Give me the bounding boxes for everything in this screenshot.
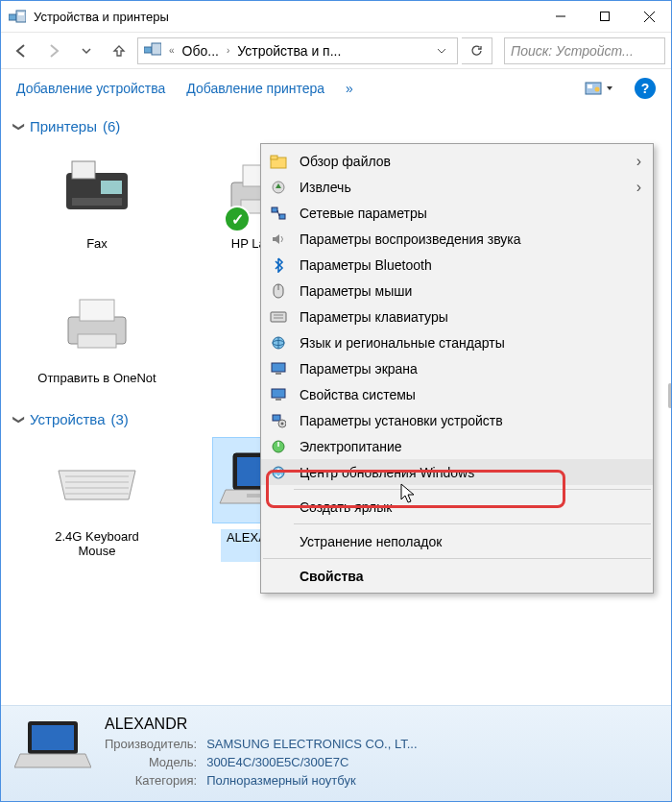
svg-rect-7 [144,47,152,53]
device-label: Отправить в OneNot [37,371,156,385]
back-button[interactable] [7,36,36,65]
mouse-icon [269,281,288,301]
device-label: Mouse [78,544,115,558]
detail-key: Модель: [105,755,197,769]
context-menu-item[interactable]: Параметры мыши [261,278,653,304]
context-menu-item[interactable]: Извлечь› [261,174,653,200]
svg-rect-54 [276,373,281,375]
toolbar-overflow[interactable]: » [346,81,353,96]
context-menu-item[interactable]: Электропитание [261,433,653,459]
svg-rect-24 [80,300,114,321]
svg-rect-56 [276,399,281,401]
svg-point-11 [595,86,600,91]
context-menu-label: Извлечь [300,180,351,195]
breadcrumb-item[interactable]: Устройства и п... [237,43,341,59]
folder-icon [269,152,288,171]
svg-rect-25 [78,334,116,348]
svg-rect-43 [279,214,285,219]
context-menu-label: Параметры Bluetooth [300,257,432,273]
svg-rect-55 [272,389,285,398]
chevron-right-icon: › [636,153,641,170]
context-menu-label: Сетевые параметры [300,206,427,221]
section-printers-header[interactable]: ❯ Принтеры (6) [14,118,658,134]
toolbar: Добавление устройства Добавление принтер… [1,68,671,107]
section-title: Принтеры [30,118,97,134]
close-button[interactable] [627,1,671,32]
location-icon [144,41,161,60]
refresh-button[interactable] [462,37,492,64]
blank-icon [269,498,288,517]
detail-value: 300E4C/300E5C/300E7C [206,755,417,769]
context-menu-item[interactable]: Свойства системы [261,381,653,407]
minimize-button[interactable] [539,1,583,32]
context-menu-item[interactable]: Сетевые параметры [261,200,653,226]
selected-device-name: ALEXANDR [105,716,187,733]
device-label: 2.4G Keyboard [55,529,138,544]
device-item-onenote[interactable]: Отправить в OneNot [30,279,164,403]
context-menu-item[interactable]: Создать ярлык [261,494,653,520]
context-menu-label: Электропитание [300,439,402,454]
section-count: (6) [103,118,120,134]
context-menu-item[interactable]: Свойства [261,563,653,589]
context-menu-item[interactable]: Параметры Bluetooth [261,252,653,278]
help-button[interactable]: ? [635,78,656,99]
sys-icon [269,385,288,404]
context-menu-label: Параметры мыши [300,283,412,299]
printer-icon [49,279,145,365]
menu-separator [294,489,651,490]
power-icon [269,437,288,456]
detail-key: Категория: [105,773,197,788]
svg-line-44 [277,210,279,216]
detail-value: Полноразмерный ноутбук [206,773,417,788]
context-menu-item[interactable]: Параметры клавиатуры [261,304,653,329]
update-icon [269,463,288,482]
context-menu-item[interactable]: Обзор файлов› [261,148,653,174]
net-icon [269,204,288,223]
context-menu-item[interactable]: Язык и региональные стандарты [261,329,653,355]
section-count: (3) [110,411,128,427]
scrollbar[interactable] [668,383,671,408]
view-options-button[interactable] [585,82,613,95]
chevron-down-icon: ❯ [12,415,26,425]
svg-rect-14 [101,181,122,194]
svg-rect-57 [273,415,280,421]
context-menu-label: Параметры установки устройств [300,413,503,428]
svg-rect-47 [271,312,286,322]
context-menu: Обзор файлов›Извлечь›Сетевые параметрыПа… [260,143,654,594]
context-menu-item[interactable]: Параметры установки устройств [261,407,653,433]
titlebar: Устройства и принтеры [1,1,671,32]
up-button[interactable] [105,36,133,65]
menu-separator [263,558,651,559]
default-badge-icon: ✓ [224,206,251,232]
add-printer-link[interactable]: Добавление принтера [186,81,324,96]
add-device-link[interactable]: Добавление устройства [16,81,165,96]
screen-icon [269,359,288,378]
chevron-right-icon[interactable]: › [225,45,231,56]
context-menu-item[interactable]: Параметры воспроизведения звука [261,226,653,252]
bt-icon [269,255,288,275]
context-menu-label: Параметры воспроизведения звука [300,231,520,247]
recent-locations-button[interactable] [72,36,101,65]
address-dropdown[interactable] [432,46,451,56]
context-menu-item[interactable]: Центр обновления Windows [261,459,653,485]
svg-rect-0 [9,14,16,20]
svg-rect-38 [32,725,74,750]
context-menu-item[interactable]: Устранение неполадок [261,528,653,554]
forward-button[interactable] [39,36,68,65]
device-item-keyboard[interactable]: 2.4G KeyboardMouse [30,437,164,562]
address-bar[interactable]: « Обо... › Устройства и п... [137,37,458,64]
device-item-fax[interactable]: Fax [30,144,164,269]
context-menu-item[interactable]: Параметры экрана [261,355,653,381]
sound-icon [269,230,288,249]
details-pane: ALEXANDR Производитель:SAMSUNG ELECTRONI… [1,705,671,801]
svg-point-59 [281,422,284,425]
maximize-button[interactable] [583,1,627,32]
search-placeholder: Поиск: Устройст... [511,43,634,59]
svg-rect-15 [72,198,122,206]
chevron-down-icon: ❯ [12,122,26,132]
svg-rect-13 [72,161,95,179]
context-menu-label: Создать ярлык [300,499,392,515]
breadcrumb-item[interactable]: Обо... [182,43,219,59]
eject-icon [269,178,288,197]
search-input[interactable]: Поиск: Устройст... [504,37,665,64]
